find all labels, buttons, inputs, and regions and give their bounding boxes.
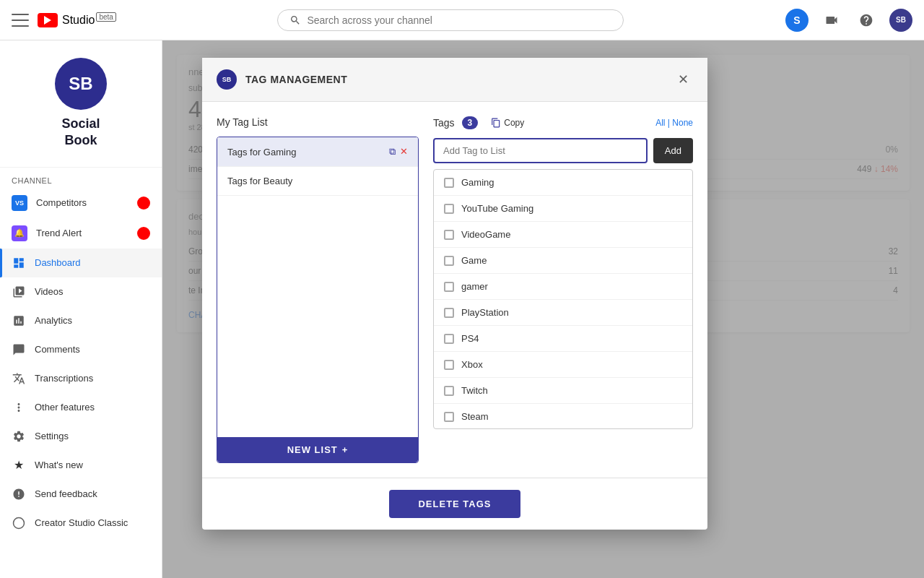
copy-button[interactable]: Copy xyxy=(491,118,524,128)
search-input[interactable] xyxy=(307,14,611,26)
sidebar: SB Social Book Channel VS Competitors 🔔 … xyxy=(0,40,162,578)
tag-checkbox-steam[interactable] xyxy=(444,412,454,422)
tag-list-gaming-delete[interactable]: ✕ xyxy=(400,146,408,158)
tag-lists-label: My Tag List xyxy=(217,116,419,128)
trend-alert-icon: 🔔 xyxy=(12,225,27,241)
settings-label: Settings xyxy=(35,431,69,441)
new-list-button[interactable]: NEW LIST + xyxy=(217,437,418,462)
comments-icon xyxy=(12,342,26,357)
tag-item-game[interactable]: Game xyxy=(434,248,692,274)
sidebar-item-send-feedback[interactable]: Send feedback xyxy=(0,480,162,509)
create-video-button[interactable] xyxy=(820,9,843,32)
tag-checkbox-xbox[interactable] xyxy=(444,360,454,370)
modal-title: TAG MANAGEMENT xyxy=(245,74,347,85)
tags-list: Gaming YouTube Gaming VideoGame Game gam… xyxy=(433,169,693,429)
studio-label: Studiobeta xyxy=(62,13,116,27)
beta-badge: beta xyxy=(96,12,116,22)
delete-tags-button[interactable]: DELETE TAGS xyxy=(389,490,520,518)
tag-checkbox-youtube-gaming[interactable] xyxy=(444,204,454,214)
add-tag-input[interactable] xyxy=(433,138,648,163)
sidebar-item-creator-studio[interactable]: Creator Studio Classic xyxy=(0,509,162,538)
tag-item-playstation[interactable]: PlayStation xyxy=(434,300,692,326)
analytics-label: Analytics xyxy=(35,315,72,326)
tag-name-playstation: PlayStation xyxy=(461,307,509,318)
send-feedback-icon xyxy=(12,487,26,501)
tag-list-gaming-actions: ⧉ ✕ xyxy=(389,146,408,158)
socialbook-avatar[interactable]: SB xyxy=(889,9,912,32)
channel-name: Social Book xyxy=(61,116,100,150)
tag-checkbox-playstation[interactable] xyxy=(444,308,454,318)
sidebar-item-other-features[interactable]: Other features xyxy=(0,393,162,422)
tag-name-game: Game xyxy=(461,255,487,266)
competitors-label: Competitors xyxy=(36,197,87,208)
send-feedback-label: Send feedback xyxy=(35,488,97,499)
tags-input-row: Add xyxy=(433,138,693,163)
sidebar-item-settings[interactable]: Settings xyxy=(0,422,162,451)
tag-item-twitch[interactable]: Twitch xyxy=(434,378,692,404)
tag-item-gaming[interactable]: Gaming xyxy=(434,170,692,196)
none-button[interactable]: None xyxy=(672,118,693,128)
tag-item-xbox[interactable]: Xbox xyxy=(434,352,692,378)
all-button[interactable]: All xyxy=(655,118,665,128)
tag-name-steam: Steam xyxy=(461,411,489,422)
tag-checkbox-game[interactable] xyxy=(444,256,454,266)
tag-checkbox-twitch[interactable] xyxy=(444,386,454,396)
tag-checkbox-videogame[interactable] xyxy=(444,230,454,240)
sidebar-item-trend-alert[interactable]: 🔔 Trend Alert xyxy=(0,218,162,249)
competitors-icon: VS xyxy=(12,195,27,211)
tag-lists-panel: My Tag List Tags for Gaming ⧉ ✕ Tags for… xyxy=(217,116,419,463)
trend-alert-label: Trend Alert xyxy=(36,228,82,238)
channel-section-label: Channel xyxy=(0,168,162,188)
modal-logo: SB xyxy=(217,69,237,90)
help-button[interactable] xyxy=(855,9,878,32)
tag-name-xbox: Xbox xyxy=(461,359,483,370)
tag-item-ps4[interactable]: PS4 xyxy=(434,326,692,352)
add-tag-button[interactable]: Add xyxy=(653,138,693,163)
sidebar-item-videos[interactable]: Videos xyxy=(0,277,162,306)
sidebar-item-analytics[interactable]: Analytics xyxy=(0,306,162,335)
sidebar-item-comments[interactable]: Comments xyxy=(0,335,162,364)
settings-icon xyxy=(12,429,26,444)
transcriptions-label: Transcriptions xyxy=(35,373,93,384)
tags-header: Tags 3 Copy All | None xyxy=(433,116,693,129)
sidebar-item-dashboard[interactable]: Dashboard xyxy=(0,249,162,277)
tag-name-gamer: gamer xyxy=(461,281,488,292)
modal-close-button[interactable]: ✕ xyxy=(673,69,693,90)
whats-new-icon: ★ xyxy=(12,458,26,473)
search-bar xyxy=(116,9,785,31)
all-none-controls: All | None xyxy=(655,118,693,128)
other-features-label: Other features xyxy=(35,402,95,413)
creator-studio-label: Creator Studio Classic xyxy=(35,517,128,528)
dashboard-label: Dashboard xyxy=(35,257,81,268)
tags-panel: Tags 3 Copy All | None Add xyxy=(433,116,693,463)
trend-alert-badge xyxy=(137,227,150,240)
comments-label: Comments xyxy=(35,344,80,355)
tag-checkbox-ps4[interactable] xyxy=(444,334,454,344)
tag-list-item-gaming[interactable]: Tags for Gaming ⧉ ✕ xyxy=(217,137,418,167)
tag-item-gamer[interactable]: gamer xyxy=(434,274,692,300)
tag-name-videogame: VideoGame xyxy=(461,229,510,240)
tag-item-videogame[interactable]: VideoGame xyxy=(434,222,692,248)
tag-name-gaming: Gaming xyxy=(461,177,494,188)
sidebar-item-competitors[interactable]: VS Competitors xyxy=(0,188,162,218)
youtube-icon xyxy=(38,13,58,27)
hamburger-menu[interactable] xyxy=(12,12,29,29)
tag-list-item-beauty[interactable]: Tags for Beauty xyxy=(217,167,418,196)
transcriptions-icon xyxy=(12,371,26,386)
tag-checkbox-gaming[interactable] xyxy=(444,178,454,188)
logo: Studiobeta xyxy=(38,13,116,27)
tags-label: Tags xyxy=(433,117,455,129)
search-wrap[interactable] xyxy=(277,9,624,31)
sidebar-item-whats-new[interactable]: ★ What's new xyxy=(0,451,162,480)
tag-checkbox-gamer[interactable] xyxy=(444,282,454,292)
tag-list-gaming-edit[interactable]: ⧉ xyxy=(389,146,396,158)
videos-label: Videos xyxy=(35,286,64,297)
user-avatar[interactable]: S xyxy=(785,9,808,32)
channel-logo-area: SB Social Book xyxy=(0,40,162,168)
tag-list-container: Tags for Gaming ⧉ ✕ Tags for Beauty NEW … xyxy=(217,137,419,463)
tag-item-youtube-gaming[interactable]: YouTube Gaming xyxy=(434,196,692,222)
topbar-left: Studiobeta xyxy=(12,12,116,29)
tag-item-steam[interactable]: Steam xyxy=(434,404,692,429)
dashboard-icon xyxy=(12,256,26,270)
sidebar-item-transcriptions[interactable]: Transcriptions xyxy=(0,364,162,393)
